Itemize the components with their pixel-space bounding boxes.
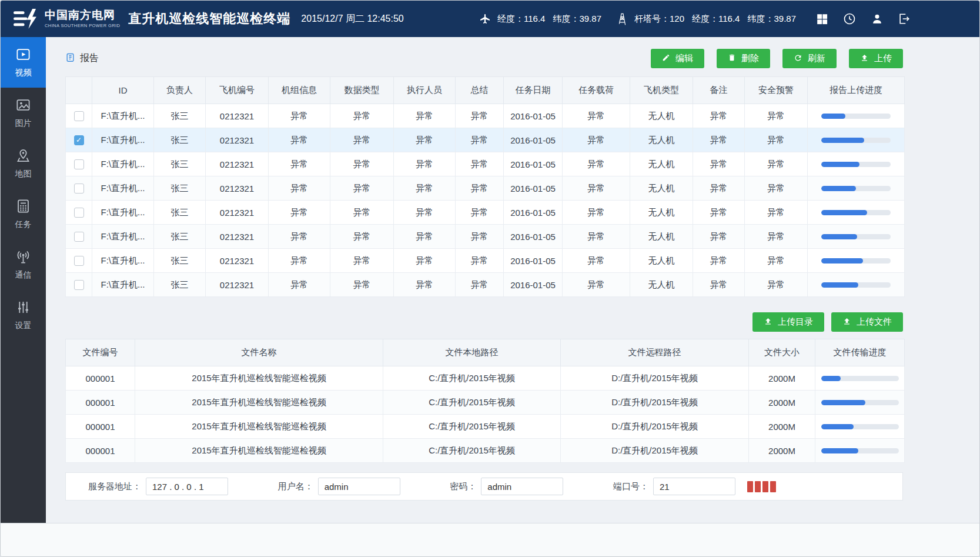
report-cell-progress (808, 104, 905, 128)
report-row[interactable]: F:\直升机...张三0212321异常异常异常异常2016-01-05异常无人… (66, 104, 905, 128)
report-cell-executor: 异常 (394, 225, 456, 249)
report-upload-progress-bar (821, 114, 891, 119)
report-cell-remark: 异常 (693, 273, 745, 297)
report-cell-remark: 异常 (693, 152, 745, 176)
file-cell-no: 000001 (66, 366, 135, 391)
port-input[interactable] (653, 478, 735, 495)
report-column-header: 执行人员 (394, 77, 456, 104)
report-cell-remark: 异常 (693, 225, 745, 249)
sidebar-item-settings[interactable]: 设置 (1, 290, 46, 341)
upload-file-button[interactable]: 上传文件 (831, 312, 903, 332)
report-cell-owner: 张三 (154, 273, 206, 297)
signal-bar (755, 481, 761, 492)
server-address-label: 服务器地址： (88, 481, 141, 492)
report-column-header: 报告上传进度 (808, 77, 905, 104)
report-cell-warning: 异常 (745, 225, 808, 249)
upload-directory-button[interactable]: 上传目录 (752, 312, 824, 332)
sidebar-item-image[interactable]: 图片 (1, 88, 46, 138)
header-stats: 经度：116.4 纬度：39.87 杆塔号：120 经度：116.4 纬度：39… (479, 12, 796, 25)
app-body: 视频 图片 地图 任务 (1, 37, 979, 523)
datetime: 2015/12/7 周二 12:45:50 (301, 13, 403, 25)
report-cell-owner: 张三 (154, 152, 206, 176)
edit-button-label: 编辑 (675, 53, 693, 64)
file-actions: 上传目录 上传文件 (65, 312, 903, 332)
report-cell-remark: 异常 (693, 249, 745, 273)
sidebar-item-video[interactable]: 视频 (1, 37, 46, 88)
sidebar-item-map[interactable]: 地图 (1, 138, 46, 189)
report-actions: 编辑 删除 刷新 上传 (651, 49, 903, 68)
exit-icon[interactable] (898, 12, 911, 25)
file-cell-remote_path: D:/直升机/2015年视频 (561, 415, 749, 439)
server-address-group: 服务器地址： (88, 478, 228, 495)
report-cell-task_date: 2016-01-05 (504, 201, 563, 225)
sidebar-item-comm[interactable]: 通信 (1, 239, 46, 290)
file-cell-name: 2015年直升机巡检线智能巡检视频 (135, 366, 383, 391)
tower-icon (617, 12, 628, 25)
report-cell-summary: 异常 (456, 225, 504, 249)
row-checkbox[interactable] (74, 232, 84, 242)
report-cell-checkbox (66, 176, 92, 201)
sidebar-item-label: 通信 (15, 270, 32, 281)
edit-button[interactable]: 编辑 (651, 49, 704, 68)
file-transfer-progress-bar (821, 376, 899, 381)
report-cell-plane_no: 0212321 (206, 225, 269, 249)
row-checkbox[interactable] (74, 135, 84, 145)
report-cell-plane_no: 0212321 (206, 152, 269, 176)
server-address-input[interactable] (146, 478, 228, 495)
username-input[interactable] (318, 478, 400, 495)
report-upload-progress-bar (821, 138, 891, 143)
upload-button[interactable]: 上传 (849, 49, 903, 68)
report-row[interactable]: F:\直升机...张三0212321异常异常异常异常2016-01-05异常无人… (66, 249, 905, 273)
file-cell-local_path: C:/直升机/2015年视频 (383, 415, 561, 439)
username-group: 用户名： (278, 478, 400, 495)
file-cell-remote_path: D:/直升机/2015年视频 (561, 366, 749, 391)
report-row[interactable]: F:\直升机...张三0212321异常异常异常异常2016-01-05异常无人… (66, 273, 905, 297)
delete-button[interactable]: 删除 (717, 49, 770, 68)
report-cell-owner: 张三 (154, 249, 206, 273)
report-cell-id: F:\直升机... (92, 273, 154, 297)
upload-icon (842, 317, 851, 328)
row-checkbox[interactable] (74, 256, 84, 266)
file-cell-no: 000001 (66, 391, 135, 415)
report-row[interactable]: F:\直升机...张三0212321异常异常异常异常2016-01-05异常无人… (66, 201, 905, 225)
sidebar-item-task[interactable]: 任务 (1, 189, 46, 239)
tower-longitude: 经度：116.4 (692, 14, 740, 25)
row-checkbox[interactable] (74, 280, 84, 290)
windows-icon[interactable] (816, 13, 828, 25)
file-row[interactable]: 0000012015年直升机巡检线智能巡检视频C:/直升机/2015年视频D:/… (66, 415, 905, 439)
file-row[interactable]: 0000012015年直升机巡检线智能巡检视频C:/直升机/2015年视频D:/… (66, 391, 905, 415)
report-row[interactable]: F:\直升机...张三0212321异常异常异常异常2016-01-05异常无人… (66, 225, 905, 249)
flight-longitude: 经度：116.4 (497, 14, 545, 25)
row-checkbox[interactable] (74, 159, 84, 169)
report-cell-id: F:\直升机... (92, 176, 154, 201)
file-row[interactable]: 0000012015年直升机巡检线智能巡检视频C:/直升机/2015年视频D:/… (66, 366, 905, 391)
signal-bar (770, 481, 776, 492)
flight-latitude: 纬度：39.87 (553, 14, 601, 25)
report-cell-plane_type: 无人机 (630, 201, 693, 225)
refresh-button[interactable]: 刷新 (782, 49, 837, 68)
file-row[interactable]: 0000012015年直升机巡检线智能巡检视频C:/直升机/2015年视频D:/… (66, 439, 905, 463)
file-cell-progress (815, 415, 905, 439)
file-cell-name: 2015年直升机巡检线智能巡检视频 (135, 415, 383, 439)
user-icon[interactable] (871, 12, 884, 25)
report-cell-progress (808, 128, 905, 152)
row-checkbox[interactable] (74, 111, 84, 121)
password-input[interactable] (481, 478, 563, 495)
report-section-title: 报告 (65, 52, 99, 65)
upload-icon (860, 54, 869, 64)
report-cell-executor: 异常 (394, 201, 456, 225)
report-row[interactable]: F:\直升机...张三0212321异常异常异常异常2016-01-05异常无人… (66, 176, 905, 201)
report-cell-remark: 异常 (693, 128, 745, 152)
files-column-header: 文件名称 (135, 339, 383, 366)
row-checkbox[interactable] (74, 184, 84, 194)
port-group: 端口号： (613, 478, 776, 495)
report-row[interactable]: F:\直升机...张三0212321异常异常异常异常2016-01-05异常无人… (66, 152, 905, 176)
file-cell-no: 000001 (66, 439, 135, 463)
task-icon (15, 198, 31, 214)
row-checkbox[interactable] (74, 208, 84, 218)
history-icon[interactable] (842, 12, 857, 26)
page-title: 直升机巡检线智能巡检终端 (128, 10, 290, 28)
report-title-text: 报告 (80, 52, 99, 65)
report-row[interactable]: F:\直升机...张三0212321异常异常异常异常2016-01-05异常无人… (66, 128, 905, 152)
report-column-header: 飞机类型 (630, 77, 693, 104)
